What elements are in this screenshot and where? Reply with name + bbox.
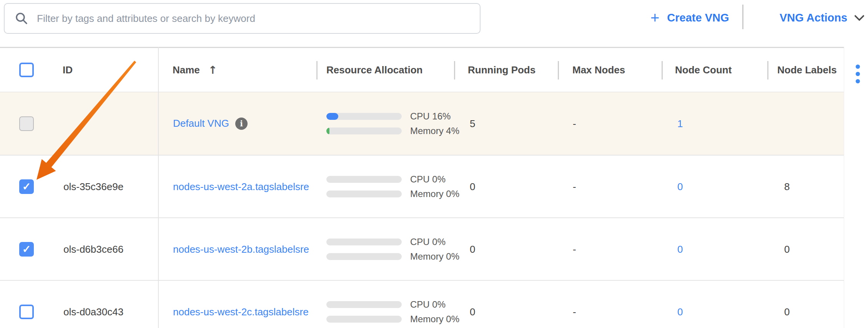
create-vng-label: Create VNG <box>667 12 729 24</box>
cell-resource-allocation: CPU 0% Memory 0% <box>326 237 459 262</box>
cpu-usage-bar <box>326 301 402 308</box>
cpu-usage-label: CPU 16% <box>410 111 451 122</box>
column-divider <box>558 61 559 80</box>
memory-usage-label: Memory 0% <box>410 314 459 325</box>
column-header-resource-allocation[interactable]: Resource Allocation <box>326 64 422 76</box>
cell-name: Default VNG i <box>173 118 248 130</box>
sort-ascending-icon: ↑ <box>208 64 217 76</box>
row-checkbox <box>19 116 34 131</box>
column-divider <box>454 61 455 80</box>
id-name-column-divider <box>158 47 159 328</box>
memory-usage-bar <box>326 316 402 323</box>
cpu-usage-bar <box>326 239 402 245</box>
info-icon[interactable]: i <box>235 118 248 130</box>
cell-max-nodes: - <box>573 118 576 129</box>
filter-search-box[interactable] <box>4 3 481 34</box>
column-header-running-pods[interactable]: Running Pods <box>468 64 535 76</box>
create-vng-button[interactable]: + Create VNG <box>650 8 729 27</box>
cell-id: ols-d0a30c43 <box>63 306 123 318</box>
row-checkbox[interactable] <box>19 179 34 194</box>
kebab-dot <box>856 65 860 69</box>
kebab-menu-icon[interactable] <box>854 63 861 85</box>
cpu-usage-label: CPU 0% <box>410 299 446 310</box>
cpu-usage-label: CPU 0% <box>410 174 446 185</box>
column-header-node-labels[interactable]: Node Labels <box>777 64 837 76</box>
column-header-node-count[interactable]: Node Count <box>675 64 732 76</box>
cell-running-pods: 0 <box>470 181 475 192</box>
kebab-dot <box>856 72 860 76</box>
memory-usage-bar <box>326 191 402 197</box>
cell-running-pods: 0 <box>470 243 475 255</box>
node-count-link[interactable]: 0 <box>677 243 683 255</box>
column-divider <box>662 61 663 80</box>
cell-running-pods: 5 <box>470 118 475 129</box>
cell-max-nodes: - <box>573 306 576 318</box>
cell-id: ols-d6b3ce66 <box>63 243 123 255</box>
cell-resource-allocation: CPU 16% Memory 4% <box>326 111 459 136</box>
vng-name-link[interactable]: nodes-us-west-2b.tagslabelsre <box>173 243 309 255</box>
memory-usage-label: Memory 4% <box>410 126 459 136</box>
vng-name-link[interactable]: Default VNG <box>173 118 229 129</box>
vng-table-body: Default VNG i CPU 16% Memory 4% 5 - 1 ol… <box>0 92 844 328</box>
column-divider <box>767 61 768 80</box>
search-icon <box>15 12 28 25</box>
memory-usage-label: Memory 0% <box>410 251 459 262</box>
table-row: ols-d6b3ce66 nodes-us-west-2b.tagslabels… <box>0 218 844 281</box>
cell-node-labels: 0 <box>784 306 790 318</box>
cell-max-nodes: - <box>573 243 576 255</box>
cell-name: nodes-us-west-2b.tagslabelsre i <box>173 243 309 255</box>
cell-name: nodes-us-west-2a.tagslabelsre i <box>173 181 309 192</box>
cell-id: ols-35c36e9e <box>63 181 123 192</box>
node-count-link[interactable]: 0 <box>677 306 683 318</box>
column-header-name[interactable]: Name ↑ <box>173 64 217 76</box>
vng-actions-label: VNG Actions <box>780 12 847 24</box>
cell-running-pods: 0 <box>470 306 475 318</box>
cell-resource-allocation: CPU 0% Memory 0% <box>326 300 459 324</box>
table-row-default-vng: Default VNG i CPU 16% Memory 4% 5 - 1 <box>0 92 844 156</box>
column-header-id[interactable]: ID <box>63 64 73 76</box>
cell-max-nodes: - <box>573 181 576 192</box>
memory-usage-bar <box>326 128 402 134</box>
vng-name-link[interactable]: nodes-us-west-2a.tagslabelsre <box>173 181 309 192</box>
cpu-usage-bar <box>326 113 402 120</box>
vng-name-link[interactable]: nodes-us-west-2c.tagslabelsre <box>173 306 309 318</box>
table-row: ols-d0a30c43 nodes-us-west-2c.tagslabels… <box>0 281 844 328</box>
cell-node-labels: 0 <box>784 243 790 255</box>
row-checkbox[interactable] <box>19 242 34 257</box>
column-header-name-label: Name <box>173 64 200 76</box>
memory-usage-bar <box>326 253 402 260</box>
plus-icon: + <box>650 10 659 25</box>
cell-name: nodes-us-west-2c.tagslabelsre i <box>173 306 309 318</box>
column-divider <box>316 61 318 80</box>
table-row: ols-35c36e9e nodes-us-west-2a.tagslabels… <box>0 156 844 218</box>
memory-usage-label: Memory 0% <box>410 189 459 199</box>
cell-resource-allocation: CPU 0% Memory 0% <box>326 174 459 199</box>
toolbar-divider <box>742 5 743 29</box>
node-count-link[interactable]: 0 <box>677 181 683 192</box>
column-header-max-nodes[interactable]: Max Nodes <box>572 64 625 76</box>
kebab-dot <box>856 79 860 83</box>
cell-node-labels: 8 <box>784 181 790 192</box>
select-all-checkbox[interactable] <box>19 63 34 77</box>
row-checkbox[interactable] <box>19 305 34 319</box>
node-count-link[interactable]: 1 <box>677 118 683 129</box>
cpu-usage-label: CPU 0% <box>410 237 446 247</box>
table-right-edge <box>844 47 844 328</box>
search-input[interactable] <box>36 12 470 25</box>
table-header: ID Name ↑ Resource Allocation Running Po… <box>0 48 844 92</box>
cpu-usage-bar <box>326 176 402 183</box>
vng-actions-dropdown[interactable]: VNG Actions <box>780 8 863 27</box>
chevron-down-icon <box>854 11 865 21</box>
